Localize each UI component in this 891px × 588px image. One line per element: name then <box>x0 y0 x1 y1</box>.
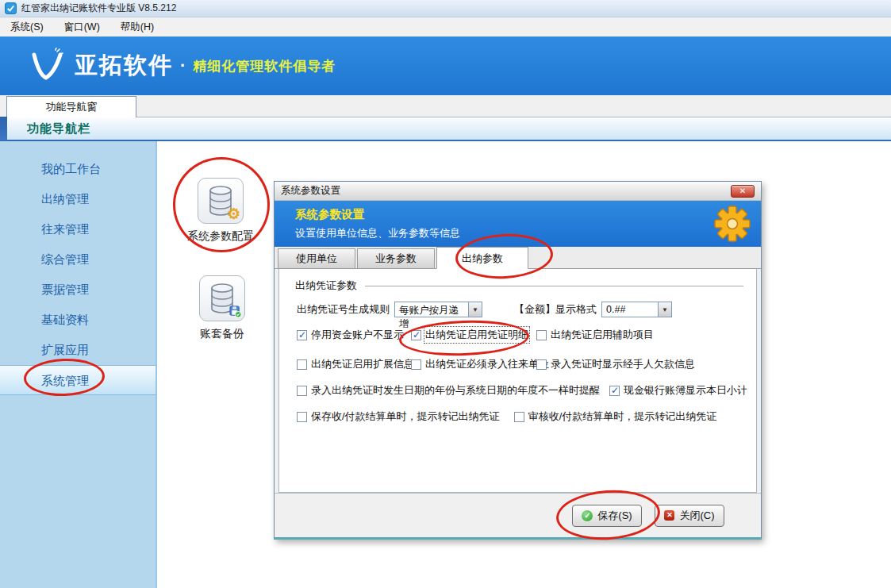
save-check-icon: ✓ <box>582 510 593 521</box>
shortcut-button[interactable] <box>199 275 245 321</box>
checkbox-label: 录入凭证时显示经手人欠款信息 <box>551 357 695 371</box>
close-button[interactable]: ✕ 关闭(C) <box>655 505 724 527</box>
checkbox-label: 出纳凭证必须录入往来单位 <box>425 357 549 371</box>
app-window: 红管家出纳记账软件专业版 V8.5.212 系统(S)窗口(W)帮助(H) 亚拓… <box>0 0 891 588</box>
menu-item[interactable]: 窗口(W) <box>54 17 110 37</box>
floppy-check-badge-icon <box>229 306 241 317</box>
amount-format-select[interactable]: 0.## ▼ <box>601 302 672 317</box>
chevron-down-icon[interactable]: ▼ <box>658 302 671 317</box>
checkbox-item[interactable]: 出纳凭证启用辅助项目 <box>536 328 748 342</box>
sidebar-item[interactable]: 我的工作台 <box>0 154 156 184</box>
checkbox-item[interactable]: 现金银行账簿显示本日小计 <box>609 383 747 398</box>
checkbox[interactable] <box>514 412 524 422</box>
checkbox-row: 出纳凭证启用扩展信息出纳凭证必须录入往来单位录入凭证时显示经手人欠款信息 <box>297 357 748 371</box>
dialog-header: 系统参数设置 设置使用单位信息、业务参数等信息 <box>275 201 761 247</box>
checkbox-item[interactable]: 出纳凭证启用扩展信息 <box>297 357 411 371</box>
dialog-footer: ✓ 保存(S) ✕ 关闭(C) <box>275 493 761 537</box>
checkbox-row: 保存收/付款结算单时，提示转记出纳凭证审核收/付款结算单时，提示转记出纳凭证 <box>297 409 748 424</box>
checkbox-item[interactable]: 出纳凭证必须录入往来单位 <box>411 357 536 371</box>
checkbox-item[interactable]: 停用资金账户不显示 <box>297 328 411 342</box>
amount-format-value: 0.## <box>602 302 658 317</box>
brand-separator: · <box>180 56 186 76</box>
sidebar-item[interactable]: 票据管理 <box>0 275 156 305</box>
group-cashier-voucher-params: 出纳凭证参数 <box>295 279 743 293</box>
shortcut-label: 账套备份 <box>200 327 244 341</box>
checkbox[interactable] <box>297 359 307 370</box>
checkbox-row: 录入出纳凭证时发生日期的年份与系统日期的年度不一样时提醒现金银行账簿显示本日小计 <box>297 383 748 398</box>
app-logo-icon <box>5 2 17 14</box>
menu-item[interactable]: 系统(S) <box>0 17 54 37</box>
checkbox-label: 出纳凭证启用扩展信息 <box>311 357 414 371</box>
checkbox-item[interactable]: 录入出纳凭证时发生日期的年份与系统日期的年度不一样时提醒 <box>297 383 600 398</box>
dialog-titlebar[interactable]: 系统参数设置 ✕ <box>275 182 761 201</box>
sidebar-item[interactable]: 往来管理 <box>0 214 156 244</box>
voucher-rule-select[interactable]: 每账户按月递增 ▼ <box>394 302 482 317</box>
dialog-tab-panel: 出纳凭证参数 出纳凭证号生成规则 每账户按月递增 ▼ 【金额】显示格式 0.##… <box>278 269 757 493</box>
sidebar-item[interactable]: 综合管理 <box>0 244 156 275</box>
nav-header-bar: 功能导航栏 <box>0 117 891 141</box>
main-tabstrip: 功能导航窗 <box>0 95 891 117</box>
close-x-icon: ✕ <box>664 510 674 521</box>
checkbox[interactable] <box>411 359 421 370</box>
checkbox[interactable] <box>297 386 307 396</box>
tab-function-navigator[interactable]: 功能导航窗 <box>6 96 136 117</box>
dialog-tab[interactable]: 业务参数 <box>357 248 435 268</box>
checkbox[interactable] <box>297 412 307 422</box>
sidebar-nav: 我的工作台出纳管理往来管理综合管理票据管理基础资料扩展应用系统管理 <box>0 141 157 588</box>
menu-item[interactable]: 帮助(H) <box>110 17 164 37</box>
chevron-down-icon[interactable]: ▼ <box>468 302 482 317</box>
amount-format-label: 【金额】显示格式 <box>514 302 597 317</box>
shortcut-button[interactable]: ⚙ <box>198 178 244 224</box>
checkbox-label: 出纳凭证启用辅助项目 <box>551 328 654 342</box>
checkbox-label: 停用资金账户不显示 <box>311 328 404 342</box>
dialog-header-title: 系统参数设置 <box>295 207 761 222</box>
checkbox-item[interactable]: 录入凭证时显示经手人欠款信息 <box>536 357 748 371</box>
voucher-rule-row: 出纳凭证号生成规则 每账户按月递增 ▼ 【金额】显示格式 0.## ▼ <box>297 302 672 317</box>
shortcut-backup[interactable]: 账套备份 <box>178 275 267 341</box>
save-button-label: 保存(S) <box>597 509 632 523</box>
shortcut-system-params[interactable]: ⚙ 系统参数配置 <box>176 178 265 244</box>
brand-name: 亚拓软件 <box>75 50 173 82</box>
dialog-tab[interactable]: 出纳参数 <box>436 247 528 269</box>
dialog-title: 系统参数设置 <box>281 184 340 198</box>
group-title: 出纳凭证参数 <box>295 279 357 293</box>
group-divider <box>365 286 743 286</box>
dialog-tab[interactable]: 使用单位 <box>278 248 355 268</box>
checkbox[interactable] <box>536 330 547 340</box>
window-title: 红管家出纳记账软件专业版 V8.5.212 <box>21 2 176 15</box>
checkbox[interactable] <box>411 330 421 340</box>
save-button[interactable]: ✓ 保存(S) <box>572 505 642 527</box>
gear-icon <box>713 205 751 243</box>
dialog-header-subtitle: 设置使用单位信息、业务参数等信息 <box>295 226 761 240</box>
sidebar-item[interactable]: 扩展应用 <box>0 335 156 365</box>
checkbox-label: 出纳凭证启用凭证明细 <box>425 328 528 342</box>
checkbox-label: 录入出纳凭证时发生日期的年份与系统日期的年度不一样时提醒 <box>311 383 600 398</box>
sidebar-item[interactable]: 系统管理 <box>0 365 156 395</box>
brand-logo-icon <box>29 48 65 84</box>
brand-banner: 亚拓软件 · 精细化管理软件倡导者 <box>0 37 891 95</box>
sidebar-item[interactable]: 基础资料 <box>0 305 156 335</box>
checkbox-item[interactable]: 出纳凭证启用凭证明细 <box>411 328 536 342</box>
checkbox-row: 停用资金账户不显示出纳凭证启用凭证明细出纳凭证启用辅助项目 <box>297 328 748 342</box>
nav-header-title: 功能导航栏 <box>27 121 90 136</box>
sidebar-item[interactable]: 出纳管理 <box>0 184 156 214</box>
voucher-rule-label: 出纳凭证号生成规则 <box>297 302 390 317</box>
dialog-tabstrip: 使用单位业务参数出纳参数 <box>275 247 761 269</box>
system-params-dialog: 系统参数设置 ✕ 系统参数设置 设置使用单位信息、业务参数等信息 使用单位业务参… <box>274 181 762 540</box>
brand-slogan: 精细化管理软件倡导者 <box>193 57 336 75</box>
checkbox[interactable] <box>609 386 620 396</box>
checkbox-label: 现金银行账簿显示本日小计 <box>624 383 747 398</box>
nav-accent-bar <box>0 117 7 140</box>
checkbox[interactable] <box>297 330 307 340</box>
window-titlebar: 红管家出纳记账软件专业版 V8.5.212 <box>0 0 891 17</box>
dialog-close-button[interactable]: ✕ <box>731 185 755 198</box>
voucher-rule-value: 每账户按月递增 <box>395 302 468 317</box>
checkbox-item[interactable]: 审核收/付款结算单时，提示转记出纳凭证 <box>514 409 717 424</box>
checkbox[interactable] <box>536 359 547 370</box>
menu-bar: 系统(S)窗口(W)帮助(H) <box>0 17 891 37</box>
checkbox-label: 保存收/付款结算单时，提示转记出纳凭证 <box>311 409 500 424</box>
close-button-label: 关闭(C) <box>679 509 714 523</box>
gear-badge-icon: ⚙ <box>227 206 240 221</box>
shortcut-label: 系统参数配置 <box>187 229 254 244</box>
checkbox-item[interactable]: 保存收/付款结算单时，提示转记出纳凭证 <box>297 409 500 424</box>
